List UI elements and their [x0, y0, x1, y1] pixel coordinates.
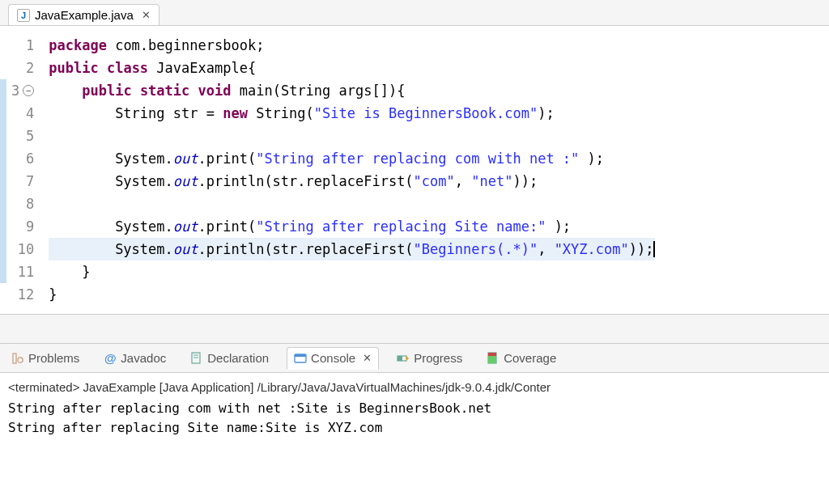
tab-label: Coverage	[504, 351, 556, 365]
tab-label: Javadoc	[121, 351, 166, 365]
line-number: 7	[11, 170, 34, 193]
code-line[interactable]: package com.beginnersbook;	[49, 34, 655, 57]
console-line: String after replacing Site name:Site is…	[8, 418, 821, 438]
panel-sash[interactable]	[0, 315, 829, 344]
line-number: 10	[11, 238, 34, 260]
code-line[interactable]: }	[49, 260, 655, 283]
tab-declaration[interactable]: Declaration	[184, 348, 275, 368]
console-output[interactable]: String after replacing com with net :Sit…	[8, 399, 821, 438]
java-file-icon: J	[17, 9, 30, 22]
marker-strip	[0, 26, 6, 314]
tab-problems[interactable]: Problems	[5, 348, 86, 368]
line-number-gutter: 123−456789101112	[6, 26, 42, 314]
console-line: String after replacing com with net :Sit…	[8, 399, 821, 418]
declaration-icon	[190, 352, 203, 365]
svg-rect-8	[397, 356, 402, 361]
svg-rect-11	[488, 356, 496, 363]
code-line[interactable]: public class JavaExample{	[49, 57, 655, 79]
tab-coverage[interactable]: Coverage	[480, 348, 563, 368]
editor-area: 123−456789101112 package com.beginnersbo…	[0, 26, 829, 315]
editor-tab-label: JavaExample.java	[35, 8, 134, 22]
code-line[interactable]: }	[49, 283, 655, 306]
tab-label: Problems	[28, 351, 79, 365]
code-line[interactable]	[49, 125, 655, 147]
close-icon[interactable]: ✕	[363, 352, 372, 364]
svg-point-1	[18, 357, 23, 362]
tab-console[interactable]: Console ✕	[287, 347, 379, 370]
console-process-header: <terminated> JavaExample [Java Applicati…	[8, 378, 821, 397]
progress-icon	[397, 352, 410, 365]
svg-rect-6	[295, 354, 306, 357]
code-editor[interactable]: package com.beginnersbook;public class J…	[42, 26, 655, 314]
svg-rect-10	[488, 353, 496, 356]
code-line[interactable]: System.out.println(str.replaceFirst("com…	[49, 170, 655, 193]
line-number: 6	[11, 147, 34, 170]
text-cursor	[653, 241, 655, 257]
console-panel: <terminated> JavaExample [Java Applicati…	[0, 373, 829, 443]
line-number: 2	[11, 57, 34, 79]
code-line[interactable]	[49, 193, 655, 215]
code-line[interactable]: public static void main(String args[]){	[49, 79, 655, 102]
tab-progress[interactable]: Progress	[390, 348, 469, 368]
tab-label: Progress	[414, 351, 462, 365]
line-number: 9	[11, 215, 34, 238]
tab-javadoc[interactable]: @ Javadoc	[97, 348, 172, 368]
console-icon	[294, 352, 307, 365]
bottom-tabs: Problems @ Javadoc Declaration Console ✕…	[0, 344, 829, 373]
editor-tab-javaexample[interactable]: J JavaExample.java ✕	[8, 4, 159, 25]
code-line[interactable]: System.out.print("String after replacing…	[49, 147, 655, 170]
code-line[interactable]: System.out.println(str.replaceFirst("Beg…	[49, 238, 655, 260]
line-number: 4	[11, 102, 34, 125]
problems-icon	[11, 352, 24, 365]
line-number: 3−	[11, 79, 34, 102]
line-number: 8	[11, 193, 34, 215]
line-number: 12	[11, 283, 34, 306]
fold-icon[interactable]: −	[23, 85, 34, 96]
code-line[interactable]: String str = new String("Site is Beginne…	[49, 102, 655, 125]
svg-rect-0	[13, 354, 16, 363]
line-number: 1	[11, 34, 34, 57]
close-icon[interactable]: ✕	[142, 9, 151, 21]
code-line[interactable]: System.out.print("String after replacing…	[49, 215, 655, 238]
tab-label: Declaration	[207, 351, 269, 365]
coverage-icon	[487, 352, 500, 365]
line-number: 5	[11, 125, 34, 147]
javadoc-icon: @	[104, 352, 117, 365]
editor-tabs: J JavaExample.java ✕	[0, 0, 829, 26]
tab-label: Console	[311, 351, 355, 365]
line-number: 11	[11, 260, 34, 283]
